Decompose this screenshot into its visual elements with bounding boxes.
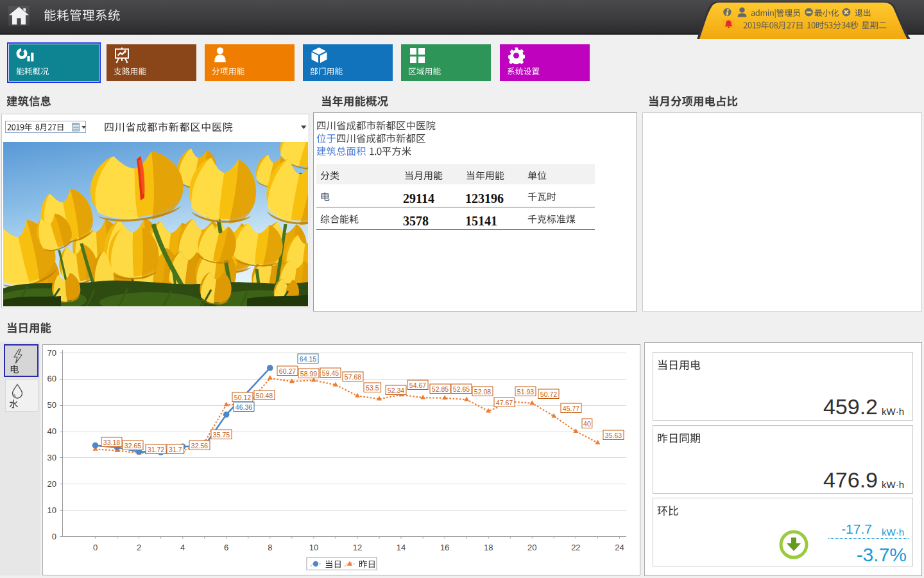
svg-text:52.65: 52.65 <box>453 385 470 393</box>
svg-text:60: 60 <box>47 374 56 383</box>
svg-text:59.45: 59.45 <box>322 369 339 377</box>
svg-text:60.27: 60.27 <box>279 367 296 375</box>
svg-text:12: 12 <box>353 543 362 552</box>
svg-text:50.72: 50.72 <box>540 390 557 398</box>
svg-text:0: 0 <box>93 543 98 552</box>
svg-text:46.36: 46.36 <box>235 403 252 411</box>
svg-text:31.72: 31.72 <box>148 446 164 453</box>
svg-text:52.08: 52.08 <box>474 388 491 396</box>
svg-text:22: 22 <box>571 543 580 552</box>
svg-text:33.18: 33.18 <box>103 439 120 446</box>
svg-text:47.67: 47.67 <box>496 399 513 407</box>
svg-text:20: 20 <box>527 543 536 552</box>
svg-text:54.67: 54.67 <box>409 381 426 389</box>
svg-text:52.85: 52.85 <box>432 385 449 393</box>
svg-text:52.34: 52.34 <box>388 387 404 394</box>
svg-text:20: 20 <box>47 479 56 489</box>
svg-text:4: 4 <box>180 543 185 552</box>
svg-text:0: 0 <box>52 532 56 541</box>
svg-text:32.56: 32.56 <box>191 442 208 450</box>
svg-text:16: 16 <box>440 543 449 552</box>
svg-text:51.93: 51.93 <box>517 388 534 396</box>
svg-text:32.65: 32.65 <box>124 442 141 450</box>
svg-text:50.12: 50.12 <box>234 394 251 401</box>
svg-text:40: 40 <box>583 420 591 428</box>
svg-text:57.68: 57.68 <box>345 373 361 381</box>
svg-text:14: 14 <box>397 543 406 552</box>
svg-text:10: 10 <box>309 543 318 552</box>
svg-text:8: 8 <box>268 543 272 552</box>
svg-text:31.7: 31.7 <box>169 446 182 453</box>
svg-text:70: 70 <box>47 348 56 358</box>
svg-text:58.99: 58.99 <box>300 370 317 378</box>
svg-text:2: 2 <box>137 543 141 552</box>
svg-text:35.63: 35.63 <box>605 432 622 439</box>
svg-text:50: 50 <box>47 400 56 410</box>
svg-text:45.77: 45.77 <box>563 405 579 412</box>
svg-text:10: 10 <box>47 505 56 515</box>
svg-text:50.48: 50.48 <box>256 392 273 399</box>
svg-text:64.15: 64.15 <box>300 355 316 363</box>
svg-text:35.75: 35.75 <box>213 431 230 439</box>
svg-text:24: 24 <box>615 543 624 552</box>
svg-text:6: 6 <box>224 543 228 552</box>
svg-text:30: 30 <box>47 453 56 462</box>
svg-text:53.5: 53.5 <box>366 384 379 392</box>
svg-text:40: 40 <box>47 426 56 436</box>
svg-text:18: 18 <box>484 543 493 552</box>
